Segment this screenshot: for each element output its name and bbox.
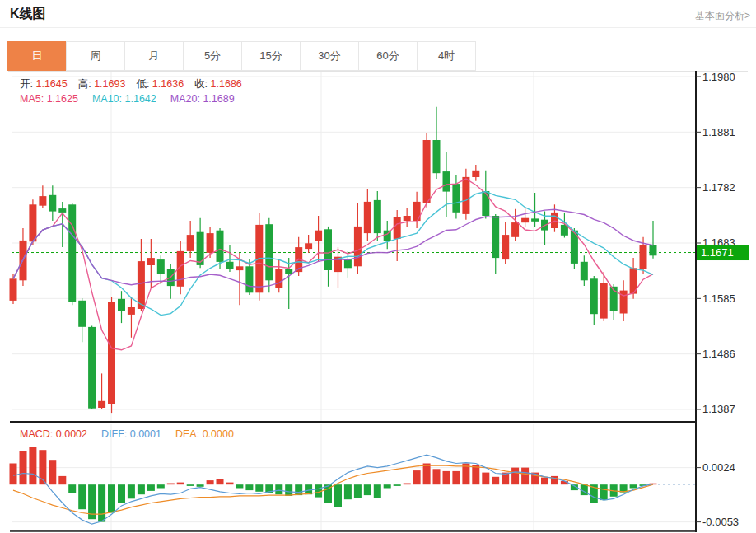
macd-bar[interactable] (354, 484, 362, 498)
macd-bar[interactable] (551, 476, 558, 484)
tab-30min[interactable]: 30分 (300, 41, 359, 71)
macd-bar[interactable] (138, 484, 145, 494)
macd-bar[interactable] (511, 468, 519, 485)
macd-bar[interactable] (600, 484, 608, 500)
macd-bar[interactable] (541, 478, 548, 485)
macd-bar[interactable] (482, 473, 489, 485)
macd-bar[interactable] (236, 484, 243, 488)
candle[interactable] (521, 218, 529, 223)
macd-bar[interactable] (157, 484, 165, 488)
macd-bar[interactable] (630, 484, 637, 488)
tab-60min[interactable]: 60分 (358, 41, 418, 71)
candle[interactable] (404, 216, 411, 221)
candle[interactable] (88, 327, 96, 409)
candle[interactable] (600, 283, 608, 319)
candle[interactable] (226, 262, 234, 269)
candle[interactable] (128, 307, 135, 315)
candle[interactable] (551, 213, 558, 228)
candle[interactable] (236, 266, 243, 270)
candle[interactable] (98, 401, 105, 408)
macd-bar[interactable] (452, 471, 460, 484)
candle[interactable] (305, 243, 312, 249)
macd-bar[interactable] (226, 483, 234, 485)
candle[interactable] (650, 245, 657, 255)
macd-bar[interactable] (334, 484, 342, 507)
candle[interactable] (118, 299, 125, 311)
candle[interactable] (285, 269, 292, 274)
macd-bar[interactable] (295, 484, 302, 495)
candle[interactable] (275, 269, 282, 288)
macd-bar[interactable] (492, 477, 499, 484)
candle[interactable] (433, 140, 441, 173)
macd-bar[interactable] (118, 484, 125, 503)
macd-bar[interactable] (245, 484, 253, 490)
macd-bar[interactable] (10, 464, 17, 485)
macd-bar[interactable] (275, 484, 282, 494)
candle[interactable] (29, 204, 36, 241)
tab-4hour[interactable]: 4时 (417, 41, 476, 71)
macd-bar[interactable] (443, 471, 450, 484)
candle[interactable] (492, 216, 499, 258)
macd-bar[interactable] (20, 451, 27, 484)
candle[interactable] (49, 195, 56, 212)
macd-bar[interactable] (404, 484, 411, 485)
macd-bar[interactable] (344, 484, 352, 499)
tab-day[interactable]: 日 (7, 41, 67, 71)
candle[interactable] (443, 171, 450, 192)
candle[interactable] (472, 171, 479, 177)
candle[interactable] (482, 191, 489, 216)
candle[interactable] (39, 196, 46, 206)
candle[interactable] (364, 202, 371, 233)
candle[interactable] (78, 301, 86, 327)
candle[interactable] (423, 140, 431, 203)
macd-bar[interactable] (207, 480, 214, 484)
candle[interactable] (324, 229, 332, 270)
candle[interactable] (245, 266, 253, 292)
candle[interactable] (462, 177, 469, 214)
macd-bar[interactable] (98, 484, 105, 521)
macd-bar[interactable] (58, 476, 66, 484)
candle[interactable] (511, 222, 519, 237)
macd-bar[interactable] (433, 469, 441, 484)
macd-bar[interactable] (187, 484, 194, 486)
candle[interactable] (531, 218, 539, 221)
fundamental-analysis-link[interactable]: 基本面分析> (695, 9, 750, 23)
macd-bar[interactable] (177, 483, 184, 485)
macd-bar[interactable] (78, 484, 86, 509)
candle[interactable] (108, 302, 115, 404)
candle[interactable] (590, 278, 598, 314)
macd-bar[interactable] (521, 468, 529, 485)
candle[interactable] (502, 235, 509, 259)
macd-bar[interactable] (423, 464, 431, 485)
macd-bar[interactable] (68, 484, 76, 493)
macd-bar[interactable] (413, 470, 421, 484)
macd-bar[interactable] (364, 484, 371, 495)
macd-bar[interactable] (384, 484, 391, 488)
macd-bar[interactable] (255, 484, 263, 492)
candle[interactable] (68, 204, 76, 302)
candle[interactable] (354, 227, 362, 266)
macd-bar[interactable] (472, 465, 479, 484)
candle[interactable] (265, 224, 273, 280)
macd-bar[interactable] (49, 460, 56, 484)
macd-bar[interactable] (197, 484, 204, 487)
tab-month[interactable]: 月 (124, 41, 184, 71)
candle[interactable] (374, 200, 381, 233)
candle[interactable] (344, 259, 352, 268)
candle[interactable] (394, 217, 401, 239)
candle[interactable] (640, 245, 647, 269)
tab-week[interactable]: 周 (66, 41, 125, 71)
macd-bar[interactable] (167, 484, 175, 485)
macd-bar[interactable] (374, 484, 381, 498)
candle[interactable] (207, 233, 214, 253)
candle[interactable] (147, 258, 155, 265)
macd-bar[interactable] (394, 484, 401, 486)
tab-5min[interactable]: 5分 (183, 41, 242, 71)
tab-15min[interactable]: 15分 (241, 41, 301, 71)
macd-bar[interactable] (285, 484, 292, 496)
candle[interactable] (58, 208, 66, 213)
candle[interactable] (138, 261, 145, 309)
macd-bar[interactable] (217, 479, 224, 484)
candle[interactable] (187, 235, 194, 251)
candle[interactable] (157, 259, 165, 274)
